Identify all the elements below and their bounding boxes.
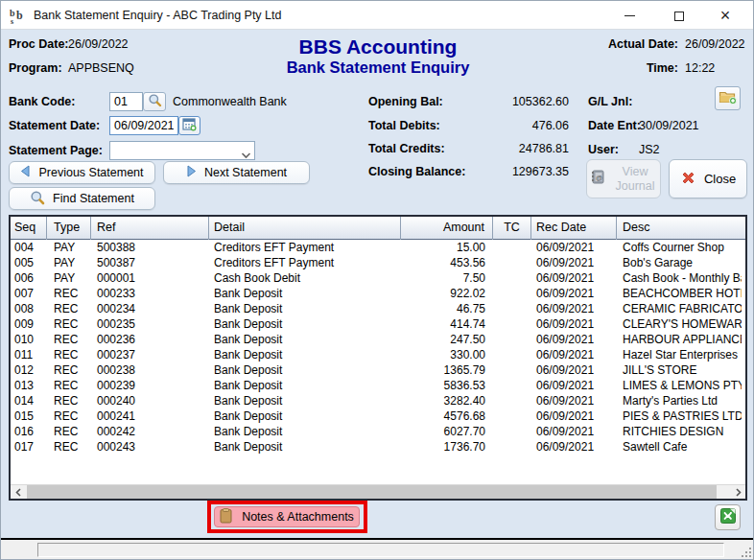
bank-statement-enquiry-window: b b s Bank Statement Enquiry - ABC Tradi…: [0, 0, 754, 560]
cell-type: REC: [47, 301, 91, 316]
table-row[interactable]: 007REC000233Bank Deposit922.0206/09/2021…: [11, 286, 745, 301]
table-row[interactable]: 013REC000239Bank Deposit5836.5306/09/202…: [11, 378, 745, 393]
cell-detail: Bank Deposit: [209, 332, 401, 347]
cell-tc: [493, 378, 531, 393]
previous-statement-button[interactable]: Previous Statement: [9, 161, 155, 184]
close-window-button[interactable]: ×: [701, 1, 749, 30]
cell-ref: 000239: [91, 378, 209, 393]
notes-attachments-button[interactable]: Notes & Attachments: [214, 506, 360, 527]
horizontal-scrollbar[interactable]: [11, 484, 745, 499]
opening-bal-label: Opening Bal:: [368, 95, 443, 108]
export-excel-button[interactable]: [715, 504, 741, 530]
cell-type: PAY: [47, 270, 91, 286]
minimize-button[interactable]: [605, 1, 653, 30]
total-credits-value: 24786.81: [452, 142, 569, 155]
cell-ref: 000242: [91, 424, 209, 439]
journal-book-icon: @: [590, 169, 605, 189]
table-row[interactable]: 012REC000238Bank Deposit1365.7906/09/202…: [11, 362, 745, 378]
cell-ref: 000238: [91, 362, 209, 378]
table-row[interactable]: 004PAY500388Creditors EFT Payment15.0006…: [11, 240, 745, 255]
titlebar[interactable]: b b s Bank Statement Enquiry - ABC Tradi…: [1, 1, 753, 30]
cell-tc: [493, 255, 531, 270]
statement-lines-table: Seq Type Ref Detail Amount TC Rec Date D…: [9, 215, 747, 501]
total-credits-label: Total Credits:: [368, 142, 445, 155]
statement-date-label: Statement Date:: [9, 119, 100, 132]
cell-tc: [493, 270, 531, 286]
cell-type: REC: [47, 362, 91, 378]
cell-tc: [493, 347, 531, 362]
calendar-icon: [182, 117, 197, 135]
statement-date-input[interactable]: [109, 116, 178, 135]
table-row[interactable]: 008REC000234Bank Deposit46.7506/09/2021C…: [11, 301, 745, 316]
statement-date-picker-button[interactable]: [178, 116, 200, 135]
cell-ref: 000241: [91, 408, 209, 424]
table-row[interactable]: 010REC000236Bank Deposit247.5006/09/2021…: [11, 332, 745, 347]
cell-seq: 012: [11, 362, 47, 378]
cell-detail: Bank Deposit: [209, 301, 401, 316]
statement-page-select[interactable]: [109, 141, 255, 160]
cell-desc: CLEARY'S HOMEWARES: [617, 316, 742, 332]
statement-page-label: Statement Page:: [9, 144, 103, 157]
resize-grip[interactable]: [740, 546, 751, 557]
actual-date-label: Actual Date:: [577, 37, 678, 51]
cell-seq: 004: [11, 240, 47, 255]
column-header-rec-date: Rec Date: [531, 217, 617, 240]
cell-ref: 500387: [91, 255, 209, 270]
cell-type: REC: [47, 286, 91, 301]
annotation-highlight: Notes & Attachments: [207, 501, 367, 533]
cell-rec_date: 06/09/2021: [531, 408, 617, 424]
bank-name-value: Commonwealth Bank: [173, 95, 287, 108]
cell-amount: 414.74: [401, 316, 493, 332]
next-statement-button[interactable]: Next Statement: [163, 161, 310, 184]
table-row[interactable]: 016REC000242Bank Deposit6027.7006/09/202…: [11, 424, 745, 439]
total-debits-value: 476.06: [452, 119, 569, 132]
scroll-left-icon[interactable]: [11, 485, 26, 499]
close-label: Close: [704, 172, 736, 186]
bank-code-lookup-button[interactable]: [143, 92, 166, 111]
table-row[interactable]: 009REC000235Bank Deposit414.7406/09/2021…: [11, 316, 745, 332]
cell-rec_date: 06/09/2021: [531, 362, 617, 378]
date-ent-value: 30/09/2021: [639, 119, 699, 132]
cell-amount: 922.02: [401, 286, 493, 301]
cell-type: REC: [47, 439, 91, 455]
close-button[interactable]: Close: [669, 159, 747, 198]
cell-rec_date: 06/09/2021: [531, 301, 617, 316]
cell-ref: 000235: [91, 316, 209, 332]
svg-text:s: s: [11, 17, 13, 25]
arrow-left-icon: [20, 165, 31, 180]
table-row[interactable]: 011REC000237Bank Deposit330.0006/09/2021…: [11, 347, 745, 362]
cell-seq: 005: [11, 255, 47, 270]
cell-tc: [493, 393, 531, 408]
cell-ref: 000237: [91, 347, 209, 362]
table-row[interactable]: 017REC000243Bank Deposit1736.7006/09/202…: [11, 439, 745, 455]
cell-tc: [493, 316, 531, 332]
scroll-right-icon[interactable]: [730, 485, 745, 499]
status-bar: [1, 538, 753, 559]
cell-tc: [493, 286, 531, 301]
scrollbar-thumb[interactable]: [27, 485, 717, 499]
cell-type: PAY: [47, 255, 91, 270]
table-row[interactable]: 005PAY500387Creditors EFT Payment453.560…: [11, 255, 745, 270]
view-journal-button[interactable]: @ View Journal: [586, 159, 661, 198]
bank-code-label: Bank Code:: [9, 95, 75, 108]
gl-jnl-open-button[interactable]: [715, 86, 741, 110]
cell-detail: Creditors EFT Payment: [209, 255, 401, 270]
cell-rec_date: 06/09/2021: [531, 424, 617, 439]
bbs-logo-icon: b b s: [9, 6, 28, 25]
cell-amount: 15.00: [401, 240, 493, 255]
table-row[interactable]: 014REC000240Bank Deposit3282.4006/09/202…: [11, 393, 745, 408]
cell-ref: 000234: [91, 301, 209, 316]
cell-desc: CERAMIC FABRICATORS: [617, 301, 742, 316]
table-row[interactable]: 006PAY000001Cash Book Debit7.5006/09/202…: [11, 270, 745, 286]
svg-text:b: b: [16, 9, 23, 22]
bank-code-input[interactable]: [109, 92, 143, 111]
program-value: APPBSENQ: [68, 61, 134, 75]
status-message-field: [37, 543, 724, 557]
minimize-icon: [624, 15, 635, 16]
svg-text:@: @: [596, 175, 602, 181]
find-statement-button[interactable]: Find Statement: [9, 187, 155, 210]
cell-type: PAY: [47, 240, 91, 255]
table-row[interactable]: 015REC000241Bank Deposit4576.6806/09/202…: [11, 408, 745, 424]
maximize-button[interactable]: [655, 1, 703, 30]
gl-jnl-label: G/L Jnl:: [588, 95, 632, 108]
